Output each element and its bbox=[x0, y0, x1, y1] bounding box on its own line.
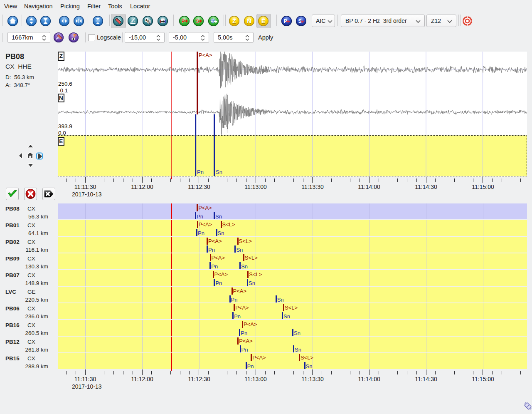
svg-text:E: E bbox=[261, 18, 266, 25]
svg-text:45: 45 bbox=[134, 21, 136, 23]
svg-text:Z: Z bbox=[232, 18, 236, 25]
svg-text:N: N bbox=[247, 18, 251, 25]
svg-text:!P: !P bbox=[72, 34, 76, 38]
svg-text:C: C bbox=[149, 21, 151, 24]
svg-text:P: P bbox=[284, 18, 287, 24]
svg-text:S: S bbox=[298, 18, 301, 24]
